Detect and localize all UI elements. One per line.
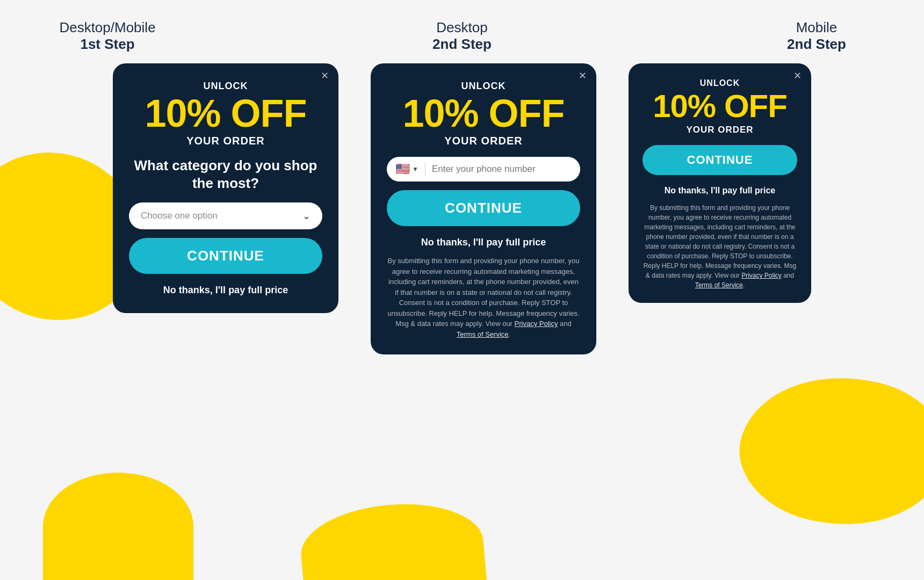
- continue-button-1[interactable]: CONTINUE: [129, 238, 322, 274]
- decorative-blob-bottom-mid: [298, 497, 487, 580]
- tos-link-2[interactable]: Terms of Service: [457, 330, 509, 338]
- card-3-mobile: ✕ UNLOCK 10% OFF YOUR ORDER CONTINUE No …: [629, 63, 811, 303]
- close-button-3[interactable]: ✕: [793, 71, 802, 81]
- column-title-1: Desktop/Mobile: [5, 19, 210, 36]
- column-subtitle-1: 1st Step: [5, 36, 210, 53]
- dropdown-placeholder: Choose one option: [141, 211, 218, 221]
- discount-text-2: 10% OFF: [387, 94, 580, 133]
- card-2-desktop: ✕ UNLOCK 10% OFF YOUR ORDER 🇺🇸 ▼ CONTINU…: [371, 63, 596, 354]
- flag-dropdown-arrow: ▼: [412, 165, 418, 173]
- your-order-3: YOUR ORDER: [643, 125, 797, 135]
- no-thanks-3[interactable]: No thanks, I'll pay full price: [643, 184, 797, 198]
- column-header-desktop-mobile: Desktop/Mobile 1st Step: [5, 19, 210, 53]
- privacy-policy-link-2[interactable]: Privacy Policy: [515, 320, 558, 328]
- your-order-2: YOUR ORDER: [387, 135, 580, 147]
- continue-button-2[interactable]: CONTINUE: [387, 190, 580, 226]
- cards-row: ✕ UNLOCK 10% OFF YOUR ORDER What categor…: [0, 63, 924, 354]
- discount-text-1: 10% OFF: [129, 94, 322, 133]
- column-subtitle-2: 2nd Step: [360, 36, 564, 53]
- column-header-desktop: Desktop 2nd Step: [360, 19, 564, 53]
- unlock-label-2: UNLOCK: [387, 81, 580, 92]
- phone-input-wrapper[interactable]: 🇺🇸 ▼: [387, 157, 580, 182]
- phone-divider: [425, 163, 425, 176]
- chevron-down-icon: ⌄: [302, 210, 311, 222]
- discount-text-3: 10% OFF: [643, 90, 797, 122]
- page-header: Desktop/Mobile 1st Step Desktop 2nd Step…: [0, 0, 924, 63]
- column-title-2: Desktop: [360, 19, 564, 36]
- category-question: What category do you shop the most?: [129, 157, 322, 192]
- no-thanks-2[interactable]: No thanks, I'll pay full price: [387, 235, 580, 250]
- phone-input[interactable]: [432, 164, 572, 175]
- close-button-2[interactable]: ✕: [579, 71, 587, 81]
- privacy-policy-link-3[interactable]: Privacy Policy: [741, 272, 782, 279]
- your-order-1: YOUR ORDER: [129, 135, 322, 147]
- unlock-label-1: UNLOCK: [129, 81, 322, 92]
- close-button-1[interactable]: ✕: [321, 71, 329, 81]
- disclaimer-2: By submitting this form and providing yo…: [387, 256, 580, 339]
- continue-button-3[interactable]: CONTINUE: [643, 145, 797, 175]
- us-flag-icon: 🇺🇸: [395, 162, 410, 176]
- column-title-3: Mobile: [714, 19, 919, 36]
- decorative-blob-right: [725, 352, 924, 550]
- card-1-desktop-mobile: ✕ UNLOCK 10% OFF YOUR ORDER What categor…: [113, 63, 338, 313]
- country-flag-button[interactable]: 🇺🇸 ▼: [395, 162, 418, 176]
- no-thanks-1[interactable]: No thanks, I'll pay full price: [129, 282, 322, 298]
- tos-link-3[interactable]: Terms of Service: [695, 281, 743, 289]
- category-dropdown[interactable]: Choose one option ⌄: [129, 202, 322, 229]
- decorative-blob-bottom-left: [43, 473, 193, 580]
- column-header-mobile: Mobile 2nd Step: [714, 19, 919, 53]
- unlock-label-3: UNLOCK: [643, 78, 797, 88]
- disclaimer-3: By submitting this form and providing yo…: [643, 203, 797, 290]
- column-subtitle-3: 2nd Step: [714, 36, 919, 53]
